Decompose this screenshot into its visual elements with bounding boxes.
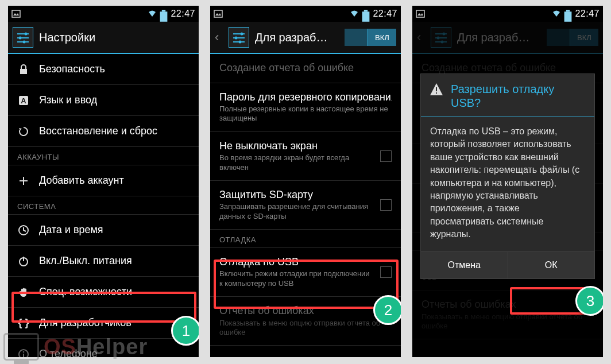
settings-item-language[interactable]: A Язык и ввод <box>8 85 199 116</box>
action-bar: Настройки <box>8 22 199 54</box>
developer-options-toggle: ВКЛ <box>547 29 598 46</box>
back-icon[interactable]: ‹ <box>215 30 223 45</box>
dialog-body: Отладка по USB – это режим, который позв… <box>421 117 594 251</box>
svg-rect-2 <box>162 10 165 11</box>
item-protect-sdcard[interactable]: Защитить SD-карту Запрашивать разрешение… <box>210 181 401 230</box>
item-backup-password[interactable]: Пароль для резервного копирования Полные… <box>210 83 401 132</box>
item-stay-awake[interactable]: Не выключать экран Во время зарядки экра… <box>210 132 401 181</box>
page-title: Настройки <box>39 31 95 44</box>
settings-app-icon <box>13 27 33 48</box>
item-label: Дата и время <box>39 224 103 237</box>
battery-icon <box>563 10 573 18</box>
step-badge-1: 1 <box>171 316 199 346</box>
settings-item-developer-options[interactable]: { } Для разработчиков <box>8 308 199 339</box>
section-header-debug: ОТЛАДКА <box>210 230 401 248</box>
dialog-ok-button[interactable]: ОК <box>508 252 595 278</box>
phone-screenshot-1: 22:47 Настройки Безопасность A Язык и вв… <box>8 6 199 357</box>
settings-item-security[interactable]: Безопасность <box>8 54 199 85</box>
settings-app-icon <box>431 27 451 48</box>
checkbox[interactable] <box>380 266 392 278</box>
svg-point-22 <box>241 33 243 36</box>
svg-rect-36 <box>436 87 437 91</box>
usb-debug-dialog: Разрешить отладку USB? Отладка по USB – … <box>420 73 595 279</box>
settings-item-accessibility[interactable]: Спец. возможности <box>8 277 199 308</box>
phone-screenshot-2: 22:47 ‹ Для разраб… ВКЛ Создание отчета … <box>210 6 401 357</box>
lock-icon <box>17 63 30 76</box>
step-badge-2: 2 <box>373 295 401 325</box>
status-time: 22:47 <box>171 9 195 19</box>
info-icon <box>17 348 30 358</box>
item-bug-report: Создание отчета об ошибке <box>210 54 401 83</box>
battery-icon <box>159 10 168 18</box>
settings-app-icon[interactable] <box>229 27 249 48</box>
settings-item-about-phone[interactable]: О телефоне <box>8 339 199 357</box>
settings-item-power[interactable]: Вкл./Выкл. питания <box>8 246 199 277</box>
language-icon: A <box>17 94 30 107</box>
developer-options-toggle[interactable]: ВКЛ <box>345 29 396 46</box>
battery-icon <box>361 10 370 18</box>
phone-screenshot-3: 22:47 ‹ Для разраб… ВКЛ Создание отчета … <box>412 6 603 357</box>
settings-item-backup-reset[interactable]: Восстановление и сброс <box>8 116 199 147</box>
screenshot-notification-icon <box>416 10 425 18</box>
developer-options-list[interactable]: Создание отчета об ошибке Пароль для рез… <box>210 54 401 357</box>
item-label: Спец. возможности <box>39 286 132 299</box>
step-badge-3: 3 <box>575 286 603 316</box>
restore-icon <box>17 125 30 138</box>
section-header-accounts: АККАУНТЫ <box>8 147 199 165</box>
item-label: Безопасность <box>39 63 105 76</box>
settings-item-datetime[interactable]: Дата и время <box>8 215 199 246</box>
settings-list[interactable]: Безопасность A Язык и ввод Восстановлени… <box>8 54 199 357</box>
svg-point-8 <box>23 41 26 44</box>
wifi-icon <box>148 10 157 18</box>
dialog-cancel-button[interactable]: Отмена <box>421 252 508 278</box>
power-icon <box>17 255 30 268</box>
plus-icon <box>17 175 30 187</box>
status-bar: 22:47 <box>412 6 603 22</box>
status-bar: 22:47 <box>210 6 401 22</box>
braces-icon: { } <box>17 317 30 330</box>
item-label: Вкл./Выкл. питания <box>39 255 132 268</box>
action-bar: ‹ Для разраб… ВКЛ <box>210 22 401 54</box>
item-label: Для разработчиков <box>39 317 132 330</box>
svg-rect-29 <box>566 10 570 11</box>
wifi-icon <box>350 10 359 18</box>
action-bar: ‹ Для разраб… ВКЛ <box>412 22 603 54</box>
svg-point-24 <box>235 37 238 40</box>
section-header-system: СИСТЕМА <box>8 196 199 215</box>
svg-rect-27 <box>416 10 424 17</box>
svg-rect-20 <box>364 10 368 11</box>
item-label: Добавить аккаунт <box>39 175 124 187</box>
status-time: 22:47 <box>373 9 397 19</box>
warning-icon <box>429 82 444 99</box>
screenshot-notification-icon <box>214 10 223 18</box>
page-title: Для разраб… <box>457 31 530 44</box>
svg-point-26 <box>239 41 242 44</box>
svg-point-16 <box>23 351 25 353</box>
svg-rect-1 <box>160 11 168 22</box>
screenshot-notification-icon <box>11 10 21 18</box>
back-icon: ‹ <box>417 30 425 45</box>
svg-point-33 <box>437 37 440 40</box>
svg-point-6 <box>19 37 22 40</box>
item-usb-debugging[interactable]: Отладка по USB Включить режим отладки пр… <box>210 248 401 297</box>
wifi-icon <box>552 10 561 18</box>
settings-item-add-account[interactable]: Добавить аккаунт <box>8 165 199 196</box>
svg-rect-9 <box>20 69 27 74</box>
checkbox[interactable] <box>380 150 392 162</box>
item-label: О телефоне <box>39 348 98 357</box>
checkbox[interactable] <box>380 199 392 211</box>
svg-rect-19 <box>362 11 370 22</box>
svg-rect-0 <box>12 10 20 17</box>
svg-rect-18 <box>214 10 222 17</box>
toggle-label: ВКЛ <box>570 29 598 46</box>
status-bar: 22:47 <box>8 6 199 22</box>
svg-rect-37 <box>436 92 437 94</box>
page-title: Для разраб… <box>255 31 328 44</box>
svg-text:A: A <box>21 96 26 105</box>
clock-icon <box>17 224 30 237</box>
svg-point-35 <box>441 41 444 44</box>
svg-rect-28 <box>564 11 572 22</box>
hand-icon <box>17 286 30 299</box>
dialog-title: Разрешить отладку USB? <box>451 82 586 110</box>
item-label: Восстановление и сброс <box>39 125 157 138</box>
